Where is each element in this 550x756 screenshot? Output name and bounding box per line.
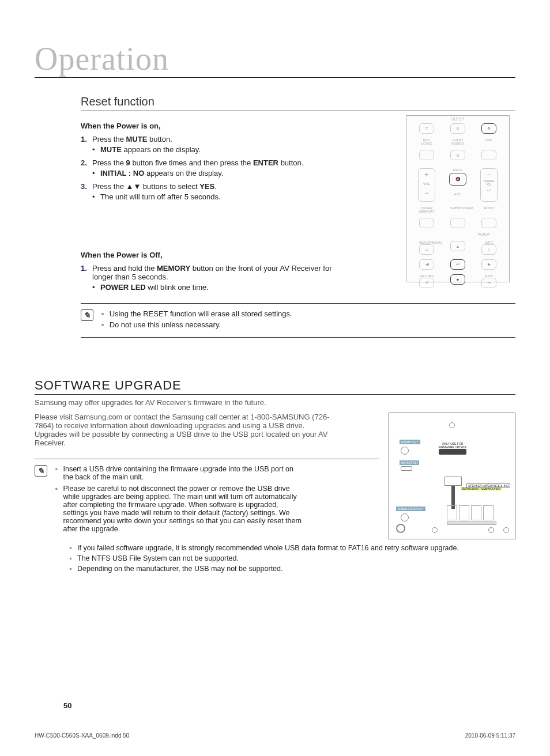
s2-pre: Press the	[92, 158, 126, 167]
s3-b: YES	[199, 182, 214, 191]
upgrade-heading: SOFTWARE UPGRADE	[35, 378, 515, 395]
off1-b: MEMORY	[157, 264, 190, 273]
remote-btn-mo	[481, 218, 496, 228]
s2-mid: button five times and then press the	[130, 158, 253, 167]
remote-btn-info: i	[481, 244, 496, 255]
s1-sub-post: appears on the display.	[122, 145, 201, 154]
remote-btn-8: 8	[450, 123, 465, 134]
step-3: 3. Press the ▲▼ buttons to select YES. •…	[81, 182, 346, 201]
off1-pre: Press and hold the	[92, 264, 157, 273]
upgrade-note-box: ✎ ▪Insert a USB drive containing the fir…	[35, 459, 379, 536]
remote-label-audioassign: AUDIO ASSIGN	[450, 138, 465, 145]
remote-label-subwoofer: SUBWOOFER	[450, 206, 465, 213]
upg-n3: If you failed software upgrade, it is st…	[77, 544, 459, 552]
remote-btn-blank1	[419, 150, 434, 160]
reset-note-box: ✎ ▪Using the RESET function will erase a…	[81, 303, 515, 338]
remote-btn-0: 0	[450, 150, 465, 160]
upg-n4: The NTFS USB File System can not be supp…	[77, 554, 239, 562]
s1-pre: Press the	[92, 135, 126, 143]
upg-n1: Insert a USB drive containing the firmwa…	[63, 465, 303, 481]
s1-b: MUTE	[126, 135, 148, 143]
s3-post: .	[214, 182, 217, 191]
diag-subout: SUBWOOFER OUT	[396, 506, 425, 511]
s2-sub-post: appears on the display.	[144, 169, 223, 177]
remote-btn-sw	[450, 218, 465, 228]
note-icon: ✎	[81, 309, 93, 321]
diag-hdmi: HDMI OUT	[400, 440, 420, 444]
remote-diagram: SLEEP 7 8 9 PRO LOGIC AUDIO ASSIGN DSP 0…	[406, 115, 510, 282]
s2-post: button.	[278, 158, 303, 167]
remote-btn-left: ◀	[419, 259, 434, 270]
remote-label-popup: POPUP	[476, 233, 491, 236]
upg-n5: Depending on the manufacturer, the USB m…	[77, 565, 282, 573]
remote-btn-down: ▼	[450, 274, 465, 285]
remote-mute-label: MUTE	[449, 168, 466, 172]
s3-sub: The unit will turn off after 5 seconds.	[100, 192, 221, 201]
remote-label-exit: EXIT	[481, 274, 496, 278]
s2-b1: 9	[126, 158, 130, 167]
upgrade-p2: Please visit Samsung.com or contact the …	[35, 413, 334, 447]
note-icon-2: ✎	[35, 465, 47, 477]
remote-label-return: RETURN	[419, 274, 434, 278]
page-number: 50	[63, 701, 71, 710]
remote-btn-9: 9	[481, 123, 496, 134]
step-1: 1. Press the MUTE button. •MUTE appears …	[81, 135, 346, 154]
remote-btn-up: ▲	[450, 241, 465, 251]
remote-label-prologic: PRO LOGIC	[419, 138, 434, 145]
reset-note-1: Using the RESET function will erase all …	[110, 309, 292, 318]
remote-btn-tm	[419, 218, 434, 228]
remote-sleep-label: SLEEP	[406, 116, 509, 121]
reset-note-2: Do not use this unless necessary.	[110, 320, 221, 329]
diag-speaker: SPEAKER IMPEDANCE 6~8 Ω	[466, 483, 510, 488]
remote-btn-setup: ▭	[419, 244, 434, 255]
off-step-1: 1. Press and hold the MEMORY button on t…	[81, 264, 346, 292]
footer-date: 2010-06-09 5:11:37	[465, 732, 515, 739]
off1-sub-b: POWER LED	[100, 283, 146, 292]
remote-label-dsp: DSP	[481, 138, 496, 145]
remote-btn-blank2	[481, 150, 496, 160]
chapter-title: Operation	[35, 40, 515, 78]
remote-btn-right: ▶	[481, 259, 496, 270]
s2-b2: ENTER	[253, 158, 278, 167]
s3-pre: Press the ▲▼ buttons to select	[92, 182, 199, 191]
reset-heading: Reset function	[81, 95, 515, 111]
remote-label-tunermem: TUNER MEMORY	[419, 206, 434, 213]
remote-btn-exit: ⇥	[481, 278, 496, 288]
off1-sub-post: will blink one time.	[146, 283, 209, 292]
s2-sub-b: INITIAL : NO	[100, 169, 144, 177]
remote-label-info: INFO	[481, 241, 496, 244]
remote-btn-7: 7	[419, 123, 434, 134]
remote-label-mo: MO/ST	[481, 206, 496, 213]
upg-n2: Please be careful to not disconnect the …	[63, 485, 303, 533]
diag-usb-label: ONLY USE FOR FIRMWARE UPDATE	[435, 442, 470, 449]
footer: HW-C500-C560S-XAA_0609.indd 50 2010-06-0…	[35, 732, 515, 739]
remote-asc-label: ASC	[449, 192, 466, 196]
remote-label-setup: SETUP/MENU	[419, 241, 434, 244]
s1-post: button.	[147, 135, 172, 143]
remote-tuning-label: TUNING /CH	[481, 178, 497, 187]
back-panel-diagram: HDMI OUT ONLY USE FOR FIRMWARE UPDATE MO…	[389, 413, 515, 539]
step-2: 2. Press the 9 button five times and the…	[81, 158, 346, 177]
s1-sub-b: MUTE	[100, 145, 122, 154]
diag-monitor: MONITOR	[400, 460, 419, 465]
footer-file: HW-C500-C560S-XAA_0609.indd 50	[35, 732, 129, 739]
upgrade-p1: Samsung may offer upgrades for AV Receiv…	[35, 398, 334, 407]
remote-btn-return: ↺	[419, 278, 434, 288]
remote-btn-enter: ⏎	[450, 259, 465, 270]
remote-vol-label: VOL	[419, 179, 435, 189]
remote-mute-btn: 🔇	[449, 173, 466, 186]
